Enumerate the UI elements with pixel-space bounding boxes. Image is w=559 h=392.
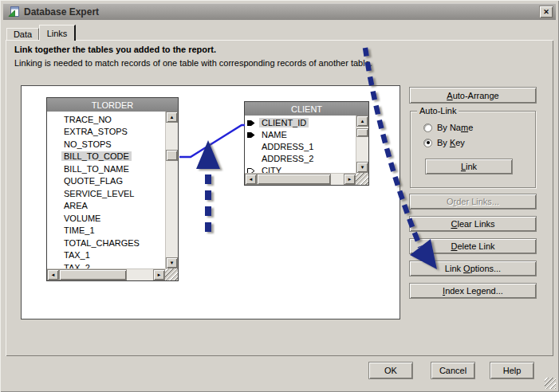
field-row-name[interactable]: NAME bbox=[245, 128, 356, 140]
vertical-scrollbar[interactable]: ▲ ▼ bbox=[356, 116, 368, 173]
ok-button[interactable]: OK bbox=[368, 362, 413, 379]
help-button[interactable]: Help bbox=[490, 362, 534, 379]
tab-data-label: Data bbox=[14, 29, 32, 39]
field-row-no_stops[interactable]: NO_STOPS bbox=[47, 138, 165, 151]
field-label: TIME_1 bbox=[61, 225, 97, 235]
field-row-extra_stops[interactable]: EXTRA_STOPS bbox=[47, 126, 165, 139]
field-label: TOTAL_CHARGES bbox=[61, 238, 142, 248]
field-row-tax_1[interactable]: TAX_1 bbox=[47, 249, 165, 262]
field-list: TRACE_NOEXTRA_STOPSNO_STOPSBILL_TO_CODEB… bbox=[47, 112, 165, 269]
resize-grip[interactable] bbox=[165, 269, 178, 280]
index-filled-icon bbox=[247, 119, 259, 127]
radio-by-name[interactable]: By Name bbox=[423, 123, 473, 132]
vertical-scrollbar[interactable]: ▲ ▼ bbox=[165, 112, 178, 269]
auto-arrange-button[interactable]: Auto-Arrange bbox=[409, 87, 537, 104]
order-links-button[interactable]: Order Links... bbox=[409, 194, 537, 210]
auto-link-group-label: Auto-Link bbox=[417, 106, 459, 116]
field-label: NO_STOPS bbox=[61, 139, 114, 149]
field-label: TAX_2 bbox=[61, 263, 93, 269]
field-label: CLIENT_ID bbox=[259, 118, 309, 127]
scroll-down-icon[interactable]: ▼ bbox=[166, 257, 178, 269]
scroll-right-icon[interactable]: ► bbox=[344, 174, 356, 185]
field-row-address_1[interactable]: ADDRESS_1 bbox=[245, 140, 356, 152]
database-expert-dialog: Database Expert ✕ Data Links Link togeth… bbox=[0, 0, 559, 392]
instruction-body: Linking is needed to match records of on… bbox=[14, 58, 372, 68]
delete-link-button[interactable]: Delete Link bbox=[409, 238, 537, 254]
field-row-address_2[interactable]: ADDRESS_2 bbox=[245, 152, 356, 164]
scroll-left-icon[interactable]: ◄ bbox=[245, 174, 257, 185]
tab-links[interactable]: Links bbox=[39, 25, 76, 41]
field-label: ADDRESS_1 bbox=[259, 142, 316, 151]
horizontal-scrollbar[interactable]: ◄ ► bbox=[47, 269, 165, 280]
scroll-left-icon[interactable]: ◄ bbox=[47, 269, 59, 280]
field-row-bill_to_code[interactable]: BILL_TO_CODE bbox=[47, 151, 165, 163]
field-row-service_level[interactable]: SERVICE_LEVEL bbox=[47, 187, 165, 200]
field-label: ADDRESS_2 bbox=[259, 154, 316, 163]
field-row-area[interactable]: AREA bbox=[47, 200, 165, 213]
table-header[interactable]: CLIENT bbox=[245, 102, 368, 116]
scroll-thumb[interactable] bbox=[257, 174, 331, 185]
resize-grip[interactable] bbox=[356, 173, 368, 185]
horizontal-scrollbar[interactable]: ◄ ► bbox=[245, 173, 356, 185]
radio-by-key[interactable]: By Key bbox=[423, 138, 465, 147]
tab-links-label: Links bbox=[47, 29, 68, 38]
link-options-button[interactable]: Link Options... bbox=[409, 261, 537, 276]
field-row-volume[interactable]: VOLUME bbox=[47, 212, 165, 225]
close-icon[interactable]: ✕ bbox=[539, 6, 553, 18]
table-header[interactable]: TLORDER bbox=[47, 98, 178, 112]
field-label: CITY bbox=[259, 166, 284, 174]
index-legend-button[interactable]: Index Legend... bbox=[409, 283, 537, 299]
radio-by-key-label: By Key bbox=[437, 138, 465, 147]
field-row-time_1[interactable]: TIME_1 bbox=[47, 225, 165, 237]
link-button[interactable]: Link bbox=[425, 159, 513, 174]
field-row-trace_no[interactable]: TRACE_NO bbox=[47, 113, 165, 126]
field-label: NAME bbox=[259, 130, 289, 139]
field-row-city[interactable]: CITY bbox=[245, 164, 356, 173]
index-filled-icon bbox=[247, 131, 259, 139]
index-outline-icon bbox=[247, 167, 259, 174]
field-row-quote_flag[interactable]: QUOTE_FLAG bbox=[47, 175, 165, 188]
scroll-thumb[interactable] bbox=[166, 150, 178, 161]
field-label: QUOTE_FLAG bbox=[61, 176, 125, 186]
scroll-up-icon[interactable]: ▲ bbox=[356, 116, 368, 127]
field-row-client_id[interactable]: CLIENT_ID bbox=[245, 116, 356, 128]
scroll-down-icon[interactable]: ▼ bbox=[356, 162, 368, 173]
database-expert-icon bbox=[7, 6, 20, 18]
scroll-right-icon[interactable]: ► bbox=[153, 269, 165, 280]
clear-links-button[interactable]: Clear Links bbox=[409, 216, 537, 232]
field-row-tax_2[interactable]: TAX_2 bbox=[47, 261, 165, 269]
field-label: BILL_TO_NAME bbox=[61, 164, 132, 174]
field-label: BILL_TO_CODE bbox=[61, 151, 132, 161]
field-label: TAX_1 bbox=[61, 250, 93, 260]
scroll-thumb[interactable] bbox=[356, 128, 368, 137]
radio-button-selected-icon[interactable] bbox=[423, 139, 432, 147]
field-label: VOLUME bbox=[61, 214, 103, 223]
cancel-button[interactable]: Cancel bbox=[431, 362, 475, 379]
table-box-client[interactable]: CLIENT CLIENT_IDNAMEADDRESS_1ADDRESS_2CI… bbox=[244, 101, 369, 186]
scroll-up-icon[interactable]: ▲ bbox=[166, 112, 178, 123]
table-box-tlorder[interactable]: TLORDER TRACE_NOEXTRA_STOPSNO_STOPSBILL_… bbox=[46, 97, 179, 281]
field-row-total_charges[interactable]: TOTAL_CHARGES bbox=[47, 237, 165, 249]
scroll-thumb[interactable] bbox=[59, 269, 127, 280]
tab-data[interactable]: Data bbox=[6, 28, 39, 40]
auto-link-group: Auto-Link By Name By Key bbox=[410, 111, 536, 188]
instruction-heading: Link together the tables you added to th… bbox=[14, 45, 216, 54]
titlebar[interactable]: Database Expert ✕ bbox=[3, 3, 556, 20]
field-label: SERVICE_LEVEL bbox=[61, 189, 136, 198]
field-label: EXTRA_STOPS bbox=[61, 127, 130, 136]
field-list: CLIENT_IDNAMEADDRESS_1ADDRESS_2CITY bbox=[245, 116, 356, 173]
window-title: Database Expert bbox=[24, 6, 99, 18]
field-row-bill_to_name[interactable]: BILL_TO_NAME bbox=[47, 163, 165, 175]
radio-by-name-label: By Name bbox=[437, 123, 473, 132]
field-label: TRACE_NO bbox=[61, 115, 114, 124]
radio-button-icon[interactable] bbox=[423, 123, 432, 132]
field-label: AREA bbox=[61, 201, 90, 210]
dialog-resize-grip[interactable] bbox=[545, 378, 556, 389]
